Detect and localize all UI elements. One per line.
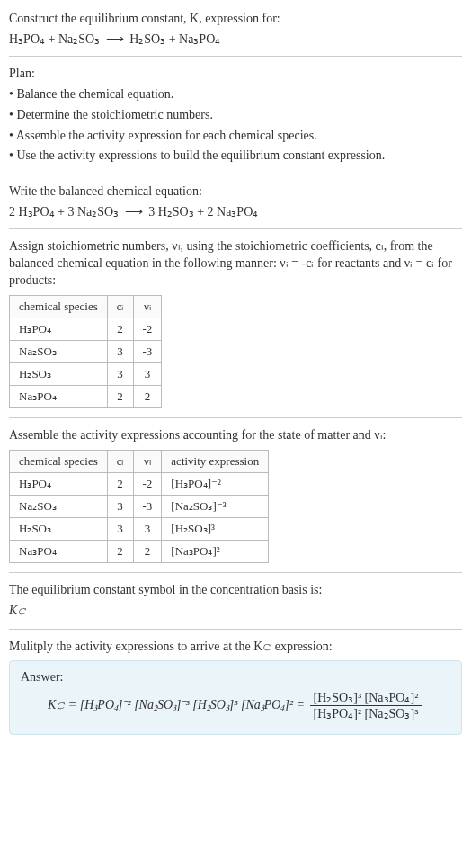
divider: [9, 56, 462, 57]
col-header: νᵢ: [133, 295, 162, 318]
eqn-left: H₃PO₄ + Na₂SO₃: [9, 32, 100, 46]
eqn-right: H₂SO₃ + Na₃PO₄: [129, 32, 220, 46]
title-equation: H₃PO₄ + Na₂SO₃ ⟶ H₂SO₃ + Na₃PO₄: [9, 31, 462, 47]
multiply-text: Mulitply the activity expressions to arr…: [9, 639, 462, 656]
cell-species: Na₂SO₃: [10, 495, 108, 517]
divider: [9, 572, 462, 573]
document-root: Construct the equilibrium constant, K, e…: [0, 0, 471, 742]
cell-species: H₂SO₃: [10, 362, 108, 385]
divider: [9, 417, 462, 418]
assemble-text: Assemble the activity expressions accoun…: [9, 427, 462, 444]
divider: [9, 174, 462, 174]
cell-activity: [H₃PO₄]⁻²: [162, 472, 269, 495]
cell-activity: [H₂SO₃]³: [162, 517, 269, 540]
answer-denominator: [H₃PO₄]² [Na₂SO₃]³: [310, 706, 422, 721]
cell-ci: 2: [107, 540, 133, 562]
plan-item: • Determine the stoichiometric numbers.: [9, 107, 462, 124]
assign-text: Assign stoichiometric numbers, νᵢ, using…: [9, 238, 462, 290]
table-row: H₃PO₄ 2 -2: [10, 318, 162, 340]
cell-species: Na₃PO₄: [10, 540, 108, 562]
cell-nui: 3: [133, 362, 162, 385]
balanced-left: 2 H₃PO₄ + 3 Na₂SO₃: [9, 205, 119, 219]
plan-item: • Use the activity expressions to build …: [9, 148, 462, 165]
cell-ci: 3: [107, 340, 133, 362]
cell-nui: -2: [133, 472, 162, 495]
divider: [9, 228, 462, 229]
table-row: H₃PO₄ 2 -2 [H₃PO₄]⁻²: [10, 472, 269, 495]
cell-nui: -2: [133, 318, 162, 340]
table-row: H₂SO₃ 3 3 [H₂SO₃]³: [10, 517, 269, 540]
divider: [9, 629, 462, 630]
cell-nui: -3: [133, 340, 162, 362]
cell-ci: 2: [107, 318, 133, 340]
balanced-right: 3 H₂SO₃ + 2 Na₃PO₄: [148, 205, 258, 219]
col-header: cᵢ: [107, 450, 133, 472]
table-row: Na₂SO₃ 3 -3: [10, 340, 162, 362]
table-row: Na₃PO₄ 2 2: [10, 385, 162, 407]
balanced-intro: Write the balanced chemical equation:: [9, 183, 462, 201]
balanced-equation: 2 H₃PO₄ + 3 Na₂SO₃ ⟶ 3 H₂SO₃ + 2 Na₃PO₄: [9, 204, 462, 219]
cell-activity: [Na₂SO₃]⁻³: [162, 495, 269, 517]
plan-item: • Assemble the activity expression for e…: [9, 128, 462, 145]
answer-lhs: K𝚌 = [H₃PO₄]⁻² [Na₂SO₃]⁻³ [H₂SO₃]³ [Na₃P…: [48, 698, 305, 711]
answer-fraction: [H₂SO₃]³ [Na₃PO₄]² [H₃PO₄]² [Na₂SO₃]³: [310, 690, 422, 721]
table-header-row: chemical species cᵢ νᵢ activity expressi…: [10, 450, 269, 472]
symbol-text: The equilibrium constant symbol in the c…: [9, 582, 462, 599]
cell-nui: -3: [133, 495, 162, 517]
cell-ci: 3: [107, 362, 133, 385]
arrow-icon: ⟶: [122, 204, 146, 219]
col-header: activity expression: [162, 450, 269, 472]
title-line: Construct the equilibrium constant, K, e…: [9, 11, 462, 28]
stoich-table-1: chemical species cᵢ νᵢ H₃PO₄ 2 -2 Na₂SO₃…: [9, 295, 162, 408]
title-text: Construct the equilibrium constant, K, e…: [9, 12, 280, 25]
arrow-icon: ⟶: [103, 31, 127, 47]
cell-species: H₃PO₄: [10, 472, 108, 495]
cell-activity: [Na₃PO₄]²: [162, 540, 269, 562]
table-row: Na₃PO₄ 2 2 [Na₃PO₄]²: [10, 540, 269, 562]
cell-ci: 2: [107, 385, 133, 407]
cell-nui: 2: [133, 540, 162, 562]
cell-species: H₃PO₄: [10, 318, 108, 340]
table-header-row: chemical species cᵢ νᵢ: [10, 295, 162, 318]
cell-nui: 3: [133, 517, 162, 540]
col-header: chemical species: [10, 450, 108, 472]
cell-ci: 2: [107, 472, 133, 495]
cell-ci: 3: [107, 495, 133, 517]
plan-item: • Balance the chemical equation.: [9, 86, 462, 103]
answer-expression: K𝚌 = [H₃PO₄]⁻² [Na₂SO₃]⁻³ [H₂SO₃]³ [Na₃P…: [21, 690, 450, 721]
col-header: cᵢ: [107, 295, 133, 318]
cell-species: Na₂SO₃: [10, 340, 108, 362]
activity-table: chemical species cᵢ νᵢ activity expressi…: [9, 450, 269, 563]
symbol-value: K𝚌: [9, 603, 462, 620]
cell-ci: 3: [107, 517, 133, 540]
table-row: Na₂SO₃ 3 -3 [Na₂SO₃]⁻³: [10, 495, 269, 517]
col-header: chemical species: [10, 295, 108, 318]
answer-numerator: [H₂SO₃]³ [Na₃PO₄]²: [310, 690, 422, 706]
table-row: H₂SO₃ 3 3: [10, 362, 162, 385]
col-header: νᵢ: [133, 450, 162, 472]
cell-species: H₂SO₃: [10, 517, 108, 540]
answer-box: Answer: K𝚌 = [H₃PO₄]⁻² [Na₂SO₃]⁻³ [H₂SO₃…: [9, 660, 462, 735]
answer-label: Answer:: [21, 670, 450, 685]
plan-header: Plan:: [9, 66, 462, 83]
cell-nui: 2: [133, 385, 162, 407]
cell-species: Na₃PO₄: [10, 385, 108, 407]
